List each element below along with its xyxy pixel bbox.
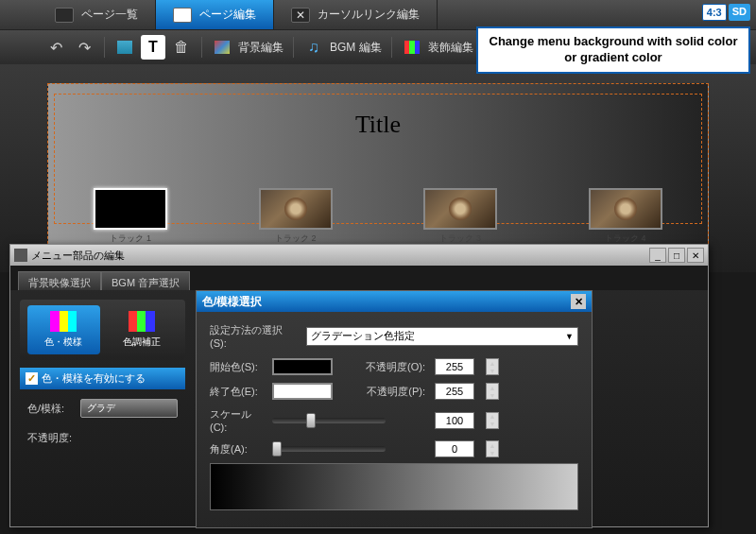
enable-color-pattern-row[interactable]: ✓ 色・模様を有効にする xyxy=(20,368,185,389)
bg-edit-label[interactable]: 背景編集 xyxy=(238,40,284,56)
start-color-swatch[interactable] xyxy=(272,358,333,375)
menu-canvas[interactable]: Title トラック 1 トラック 2 トラック 3 トラック 4 xyxy=(47,83,709,253)
menu-title[interactable]: Title xyxy=(355,111,401,139)
dialog-icon xyxy=(14,249,27,262)
track-thumb-3[interactable] xyxy=(423,188,497,230)
color-pattern-subdialog: 色/模様選択 ✕ 設定方法の選択(S): グラデーション色指定 開始色(S): … xyxy=(196,290,593,528)
sd-badge: SD xyxy=(729,4,750,21)
method-label: 設定方法の選択(S): xyxy=(210,323,297,349)
help-callout: Change menu background with solid color … xyxy=(476,26,750,74)
maximize-button[interactable]: □ xyxy=(668,248,685,263)
opacity-o-label: 不透明度(O): xyxy=(357,360,425,374)
deco-edit-label[interactable]: 装飾編集 xyxy=(428,40,473,56)
end-color-swatch[interactable] xyxy=(272,383,333,400)
mode-label: 色・模様 xyxy=(44,336,82,349)
bgm-edit-icon[interactable]: ♫ xyxy=(301,35,326,60)
color-pattern-label: 色/模様: xyxy=(27,402,75,416)
close-icon[interactable]: ✕ xyxy=(571,294,586,309)
aspect-ratio-badge: 4:3 xyxy=(702,4,727,21)
start-color-label: 開始色(S): xyxy=(210,360,263,374)
checkbox-icon[interactable]: ✓ xyxy=(26,372,38,385)
undo-button[interactable]: ↶ xyxy=(43,35,68,60)
dialog-tabs: 背景映像選択 BGM 音声選択 xyxy=(10,266,708,290)
track-thumb-2[interactable] xyxy=(259,188,333,230)
mode-label: 色調補正 xyxy=(123,336,161,349)
angle-slider[interactable] xyxy=(272,446,386,452)
angle-label: 角度(A): xyxy=(210,442,263,456)
scale-input[interactable]: 100 xyxy=(435,412,474,429)
page-edit-icon xyxy=(173,8,192,23)
side-panel: 色・模様 色調補正 ✓ 色・模様を有効にする 色/模様: グラデ 不透明度: xyxy=(20,300,185,449)
cursor-link-icon: ✕ xyxy=(291,8,310,23)
end-color-label: 終了色(E): xyxy=(210,385,263,399)
page-list-icon xyxy=(55,8,74,23)
mode-color-adjust[interactable]: 色調補正 xyxy=(106,305,179,354)
gradient-button[interactable]: グラデ xyxy=(80,399,178,418)
opacity-p-spinner[interactable]: ▲▼ xyxy=(486,383,499,400)
tab-label: ページ編集 xyxy=(199,7,256,23)
angle-input[interactable]: 0 xyxy=(435,440,474,457)
track-thumb-1[interactable] xyxy=(94,188,167,230)
opacity-o-input[interactable]: 255 xyxy=(435,358,474,375)
tab-bg-video[interactable]: 背景映像選択 xyxy=(18,271,101,290)
tab-cursor-link[interactable]: ✕ カーソルリンク編集 xyxy=(274,0,438,29)
tab-label: ページ一覧 xyxy=(81,7,138,23)
track-thumb-4[interactable] xyxy=(589,188,662,230)
bgm-edit-label[interactable]: BGM 編集 xyxy=(330,40,382,56)
gradient-preview xyxy=(210,463,578,510)
menu-parts-dialog: メニュー部品の編集 _ □ ✕ 背景映像選択 BGM 音声選択 色・模様 色調補… xyxy=(9,244,709,527)
color-pattern-icon xyxy=(50,311,77,332)
color-adjust-icon xyxy=(129,311,155,332)
tab-label: カーソルリンク編集 xyxy=(318,7,420,23)
thumbnail-row: トラック 1 トラック 2 トラック 3 トラック 4 xyxy=(48,188,708,245)
scale-label: スケール(C): xyxy=(210,407,263,433)
enable-label: 色・模様を有効にする xyxy=(42,371,146,386)
delete-button[interactable]: 🗑 xyxy=(169,35,194,60)
opacity-p-label: 不透明度(P): xyxy=(357,385,425,399)
mode-color-pattern[interactable]: 色・模様 xyxy=(27,305,100,354)
tab-bgm-audio[interactable]: BGM 音声選択 xyxy=(101,271,190,290)
dialog-title: メニュー部品の編集 xyxy=(31,249,125,263)
opacity-label: 不透明度: xyxy=(27,431,75,445)
scale-spinner[interactable]: ▲▼ xyxy=(486,412,499,429)
angle-spinner[interactable]: ▲▼ xyxy=(486,440,499,457)
redo-button[interactable]: ↷ xyxy=(72,35,96,60)
canvas-area: Title トラック 1 トラック 2 トラック 3 トラック 4 xyxy=(0,64,756,272)
subdialog-title: 色/模様選択 xyxy=(202,294,262,310)
opacity-o-spinner[interactable]: ▲▼ xyxy=(486,358,499,375)
minimize-button[interactable]: _ xyxy=(649,248,666,263)
text-button[interactable]: T xyxy=(141,35,165,60)
dialog-titlebar[interactable]: メニュー部品の編集 _ □ ✕ xyxy=(10,245,708,266)
bg-edit-icon[interactable] xyxy=(210,35,234,60)
tab-page-list[interactable]: ページ一覧 xyxy=(38,0,156,29)
image-button[interactable] xyxy=(112,35,137,60)
close-button[interactable]: ✕ xyxy=(687,248,704,263)
format-badges: 4:3 SD xyxy=(702,4,750,21)
method-select[interactable]: グラデーション色指定 xyxy=(306,327,578,346)
tab-page-edit[interactable]: ページ編集 xyxy=(156,0,274,29)
deco-edit-icon[interactable] xyxy=(400,35,424,60)
opacity-p-input[interactable]: 255 xyxy=(435,383,474,400)
subdialog-titlebar[interactable]: 色/模様選択 ✕ xyxy=(197,291,592,312)
scale-slider[interactable] xyxy=(272,418,386,423)
